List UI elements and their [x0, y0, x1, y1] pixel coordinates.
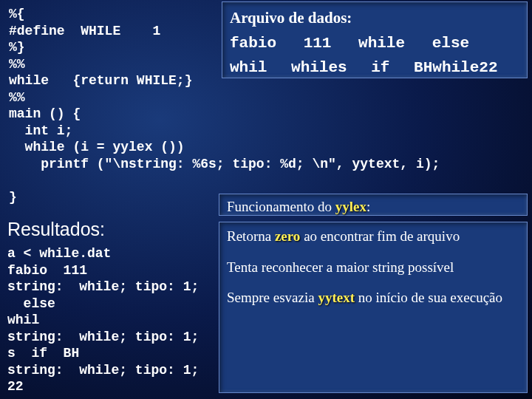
token: whil	[230, 59, 267, 76]
func-suffix: :	[366, 199, 370, 214]
results-header: Resultados:	[7, 219, 105, 240]
function-behavior-title-box: Funcionamento do yylex:	[219, 194, 528, 216]
token: while	[358, 35, 405, 52]
token: 111	[304, 35, 332, 52]
note-3: Sempre esvazia yytext no início de sua e…	[227, 288, 519, 307]
yylex-keyword: yylex	[335, 199, 366, 214]
note-text: Retorna	[227, 228, 275, 244]
data-file-box: Arquivo de dados: fabio 111 while else w…	[222, 1, 528, 78]
token: fabio	[230, 35, 276, 52]
data-file-line-1: fabio 111 while else	[230, 32, 519, 55]
data-file-title: Arquivo de dados:	[230, 7, 519, 30]
note-text: ao encontrar fim de arquivo	[300, 228, 460, 244]
yytext-keyword: yytext	[318, 290, 355, 305]
behavior-notes-box: Retorna zero ao encontrar fim de arquivo…	[219, 222, 528, 393]
token: if	[371, 59, 389, 76]
func-prefix: Funcionamento do	[227, 199, 335, 214]
results-output: a < while.dat fabio 111 string: while; t…	[7, 245, 199, 395]
note-text: no início de sua execução	[355, 290, 502, 305]
note-2: Tenta reconhecer a maior string possível	[227, 258, 519, 277]
zero-keyword: zero	[275, 228, 300, 244]
token: else	[432, 35, 469, 52]
note-1: Retorna zero ao encontrar fim de arquivo	[227, 227, 519, 246]
data-file-line-2: whil whiles if BHwhile22	[230, 56, 519, 80]
token: BHwhile22	[414, 59, 497, 76]
note-text: Sempre esvazia	[227, 290, 318, 305]
token: whiles	[291, 59, 347, 76]
